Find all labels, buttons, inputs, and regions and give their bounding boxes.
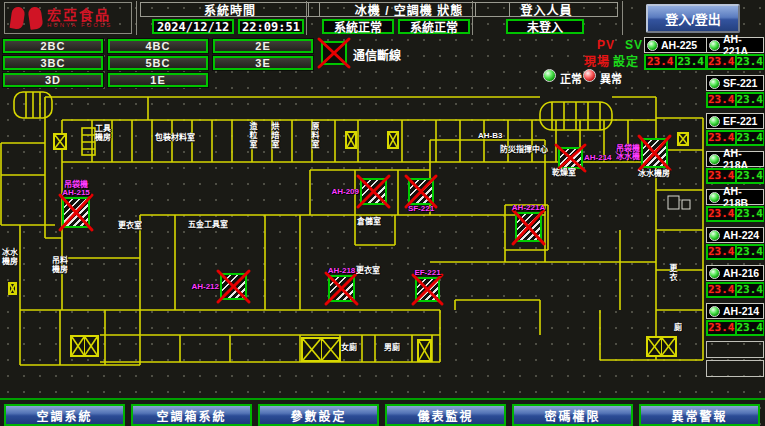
unit-led-icon bbox=[709, 154, 720, 165]
floor-button-2bc[interactable]: 2BC bbox=[3, 39, 103, 53]
unit-pv-value: 23.4 bbox=[707, 55, 736, 69]
room-label: 倉儲室 bbox=[357, 217, 381, 226]
unit-led-icon bbox=[709, 78, 720, 89]
normal-legend-label: 正常 bbox=[560, 70, 582, 86]
x-icon bbox=[326, 273, 357, 304]
ahu-status-row[interactable]: AH-216 bbox=[706, 265, 764, 281]
empty-slot bbox=[706, 360, 764, 377]
ahu-comm-loss-marker[interactable]: AH-209 bbox=[360, 178, 387, 205]
x-icon bbox=[413, 275, 442, 304]
room-label: 包裝材料室 bbox=[155, 133, 195, 142]
divider bbox=[472, 1, 473, 35]
floor-button-2e[interactable]: 2E bbox=[213, 39, 313, 53]
ahu-status-row[interactable]: SF-221 bbox=[706, 75, 764, 91]
ahu-value-row: 23.423.4 bbox=[706, 244, 764, 260]
unit-sv-value: 23.4 bbox=[676, 55, 707, 69]
ahu-comm-loss-marker[interactable]: AH-214 bbox=[558, 147, 583, 169]
normal-led-icon bbox=[543, 69, 556, 82]
nav-button-4[interactable]: 儀表監視 bbox=[385, 404, 506, 426]
room-label: 乾燥室 bbox=[552, 168, 576, 177]
pv-header: PV bbox=[597, 38, 615, 52]
unit-led-icon bbox=[709, 306, 720, 317]
ahu-marker-label: 吊袋機 AH-215 bbox=[62, 181, 90, 197]
nav-button-6[interactable]: 異常警報 bbox=[639, 404, 760, 426]
unit-name: EF-221 bbox=[723, 115, 757, 127]
ahu-marker-label: EF-221 bbox=[414, 269, 440, 277]
sv-subheader: 設定 bbox=[613, 52, 639, 69]
room-label: 女廁 bbox=[341, 343, 357, 352]
ahu-status-row[interactable]: AH-225 bbox=[644, 37, 707, 53]
unit-pv-value: 23.4 bbox=[707, 321, 736, 335]
ahu-marker-label: AH-221A bbox=[512, 204, 545, 212]
nav-button-2[interactable]: 空調箱系統 bbox=[131, 404, 252, 426]
floor-button-3d[interactable]: 3D bbox=[3, 73, 103, 87]
ahu-status-row[interactable]: AH-214 bbox=[706, 303, 764, 319]
ahu-value-row: 23.423.4 bbox=[706, 54, 764, 70]
unit-pv-value: 23.4 bbox=[707, 131, 736, 145]
ahu-status-row[interactable]: AH-221A bbox=[706, 37, 764, 53]
company-logo: 宏亞食品 HUNYA FOODS bbox=[4, 2, 132, 34]
unit-sv-value: 23.4 bbox=[736, 245, 765, 259]
login-logout-button[interactable]: 登入/登出 bbox=[646, 4, 740, 33]
floor-button-1e[interactable]: 1E bbox=[108, 73, 208, 87]
logo-mark-icon bbox=[10, 6, 26, 30]
stair-x-mark bbox=[417, 339, 432, 362]
floor-button-3bc[interactable]: 3BC bbox=[3, 56, 103, 70]
ac-status-value: 系統正常 bbox=[398, 19, 470, 34]
floor-button-3e[interactable]: 3E bbox=[213, 56, 313, 70]
hvac-scada-app: 宏亞食品 HUNYA FOODS 系統時間 2024/12/12 22:09:5… bbox=[0, 0, 765, 426]
sv-header: SV bbox=[625, 38, 643, 52]
nav-button-5[interactable]: 密碼權限 bbox=[512, 404, 633, 426]
system-date-value: 2024/12/12 bbox=[152, 19, 234, 34]
room-label: 烘焙室 bbox=[270, 122, 279, 149]
ahu-marker-label: SF-221 bbox=[408, 205, 434, 213]
unit-sv-value: 23.4 bbox=[736, 283, 765, 297]
unit-name: SF-221 bbox=[723, 77, 757, 89]
ahu-status-row[interactable]: AH-218B bbox=[706, 189, 764, 205]
unit-name: AH-224 bbox=[723, 229, 759, 241]
unit-sv-value: 23.4 bbox=[736, 93, 765, 107]
ahu-comm-loss-marker[interactable]: EF-221 bbox=[415, 277, 440, 302]
ahu-value-row: 23.423.4 bbox=[706, 206, 764, 222]
stair-x-cell bbox=[10, 284, 15, 293]
comm-loss-legend-label: 通信斷線 bbox=[353, 46, 401, 63]
ahu-marker-label: AH-214 bbox=[584, 154, 612, 162]
stair-x-mark bbox=[387, 131, 399, 149]
room-label: 男廁 bbox=[384, 343, 400, 352]
x-icon bbox=[406, 176, 436, 207]
unit-pv-value: 23.4 bbox=[707, 207, 736, 221]
pv-subheader: 現場 bbox=[584, 52, 610, 69]
floor-button-4bc[interactable]: 4BC bbox=[108, 39, 208, 53]
ahu-status-row[interactable]: AH-224 bbox=[706, 227, 764, 243]
ahu-value-row: 23.4 23.4 bbox=[644, 54, 707, 70]
room-label: 冰水機房 bbox=[638, 169, 670, 178]
unit-pv-value: 23.4 bbox=[707, 93, 736, 107]
room-label: 更衣室 bbox=[356, 266, 380, 275]
logo-mark-icon bbox=[28, 6, 44, 30]
ahu-value-row: 23.423.4 bbox=[706, 168, 764, 184]
stair-x-mark bbox=[70, 335, 99, 357]
ahu-comm-loss-marker[interactable]: AH-212 bbox=[220, 273, 247, 300]
floor-button-5bc[interactable]: 5BC bbox=[108, 56, 208, 70]
divider bbox=[136, 1, 137, 35]
divider bbox=[622, 1, 623, 35]
bottom-nav-bar: 空調系統空調箱系統參數設定儀表監視密碼權限異常警報 bbox=[0, 398, 765, 426]
ahu-comm-loss-marker[interactable]: 吊袋機 冰水機 bbox=[641, 138, 668, 168]
room-label: AH-B3 bbox=[478, 131, 502, 140]
x-icon bbox=[513, 210, 544, 244]
stair-x-cell bbox=[389, 133, 397, 147]
room-label: 造粒室 bbox=[248, 122, 257, 149]
stair-x-cell bbox=[679, 134, 687, 144]
login-user-value: 未登入 bbox=[506, 19, 584, 34]
ahu-status-row[interactable]: AH-218A bbox=[706, 151, 764, 167]
ahu-comm-loss-marker[interactable]: AH-218 bbox=[328, 275, 355, 302]
nav-button-1[interactable]: 空調系統 bbox=[4, 404, 125, 426]
ahu-marker-label: AH-212 bbox=[191, 283, 219, 291]
ahu-comm-loss-marker[interactable]: AH-221A bbox=[515, 212, 542, 242]
ahu-comm-loss-marker[interactable]: SF-221 bbox=[408, 178, 434, 205]
unit-led-icon bbox=[709, 192, 720, 203]
nav-button-3[interactable]: 參數設定 bbox=[258, 404, 379, 426]
ahu-comm-loss-marker[interactable]: 吊袋機 AH-215 bbox=[62, 197, 90, 228]
x-icon bbox=[639, 136, 670, 170]
ahu-status-row[interactable]: EF-221 bbox=[706, 113, 764, 129]
